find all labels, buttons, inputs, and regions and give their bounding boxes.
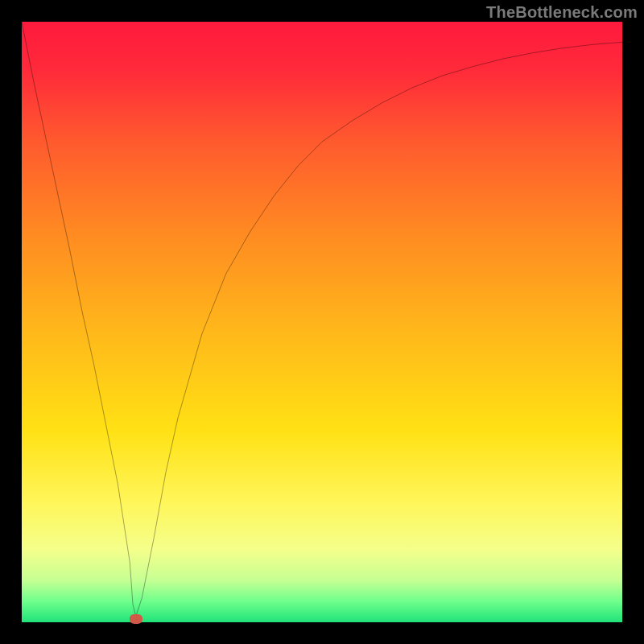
watermark-text: TheBottleneck.com <box>486 3 638 22</box>
chart-stage: TheBottleneck.com <box>0 0 644 644</box>
background-gradient <box>22 22 622 622</box>
svg-rect-0 <box>22 22 622 622</box>
plot-area <box>22 22 622 622</box>
